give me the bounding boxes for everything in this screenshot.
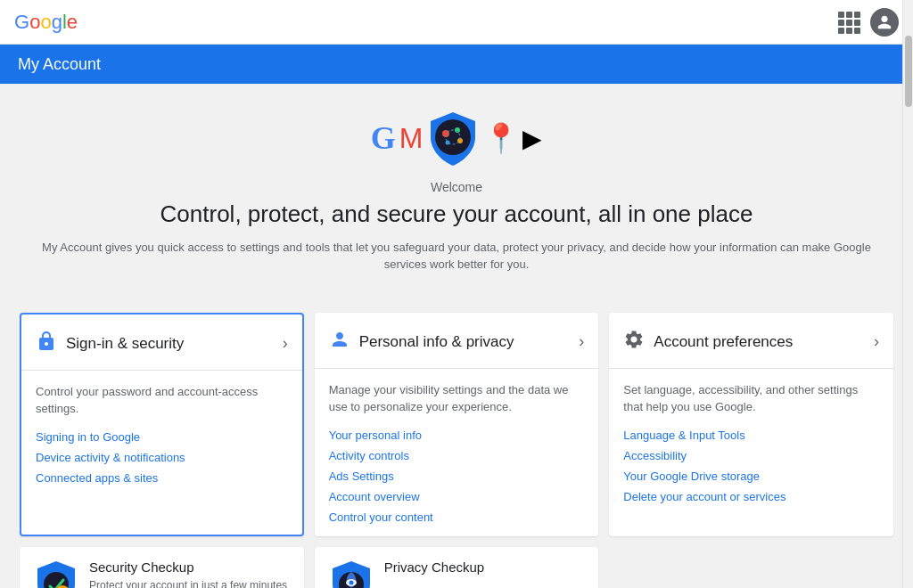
delete-account-link[interactable]: Delete your account or services (623, 490, 879, 503)
top-right-controls (838, 8, 899, 37)
app-icons-row: G M 📍 ▶ (14, 110, 899, 166)
google-logo: Google (14, 11, 78, 34)
scrollbar-thumb[interactable] (905, 36, 912, 107)
avatar-icon (876, 14, 892, 30)
svg-point-2 (455, 127, 460, 133)
accessibility-link[interactable]: Accessibility (623, 449, 879, 462)
google-g-icon: G (371, 119, 396, 157)
account-overview-link[interactable]: Account overview (329, 490, 585, 503)
person-icon (329, 329, 350, 355)
account-preferences-links: Language & Input Tools Accessibility You… (623, 429, 879, 503)
account-bar: My Account (0, 45, 913, 84)
card-arrow-personal-info: › (579, 332, 584, 351)
privacy-checkup-card[interactable]: Privacy Checkup (315, 547, 599, 588)
security-checkup-title: Security Checkup (89, 559, 290, 575)
gmail-m-icon: M (399, 122, 424, 155)
sign-in-security-desc: Control your password and account-access… (36, 383, 288, 418)
maps-icon: 📍 (483, 121, 519, 155)
device-activity-link[interactable]: Device activity & notifications (36, 451, 288, 464)
hero-title: Control, protect, and secure your accoun… (14, 200, 899, 230)
lock-icon (36, 331, 57, 357)
cards-row: Sign-in & security › Control your passwo… (20, 313, 893, 536)
sign-in-security-header[interactable]: Sign-in & security › (21, 314, 302, 371)
privacy-checkup-icon (329, 559, 374, 588)
settings-icon (623, 329, 645, 355)
hero-description: My Account gives you quick access to set… (29, 239, 884, 274)
signing-in-to-google-link[interactable]: Signing in to Google (36, 430, 288, 444)
personal-info-title: Personal info & privacy (359, 333, 580, 351)
main-content: G M 📍 ▶ Welcome Control, protect, and se… (0, 84, 913, 588)
connected-apps-link[interactable]: Connected apps & sites (36, 471, 288, 485)
security-checkup-icon: ! (34, 559, 78, 588)
apps-grid-icon[interactable] (838, 12, 860, 33)
account-preferences-card: Account preferences › Set language, acce… (609, 313, 893, 536)
your-personal-info-link[interactable]: Your personal info (329, 429, 585, 442)
svg-point-0 (435, 119, 471, 155)
account-bar-title: My Account (18, 55, 101, 74)
security-checkup-content: Security Checkup Protect your account in… (89, 559, 290, 588)
sign-in-security-body: Control your password and account-access… (21, 371, 302, 497)
language-input-tools-link[interactable]: Language & Input Tools (623, 429, 879, 442)
personal-info-links: Your personal info Activity controls Ads… (329, 429, 585, 524)
security-checkup-desc: Protect your account in just a few minut… (89, 578, 290, 588)
checkup-row: ! Security Checkup Protect your account … (20, 547, 893, 588)
personal-info-header[interactable]: Personal info & privacy › (315, 313, 599, 369)
sign-in-security-title: Sign-in & security (66, 335, 283, 353)
youtube-icon: ▶ (522, 124, 542, 153)
checkup-empty-slot (609, 547, 893, 588)
card-arrow-account-prefs: › (874, 332, 879, 351)
activity-controls-link[interactable]: Activity controls (329, 449, 585, 462)
shield-icon (426, 110, 480, 166)
privacy-checkup-content: Privacy Checkup (384, 559, 585, 578)
google-drive-storage-link[interactable]: Your Google Drive storage (623, 470, 879, 483)
sign-in-security-links: Signing in to Google Device activity & n… (36, 430, 288, 485)
welcome-text: Welcome (14, 180, 899, 194)
user-avatar[interactable] (870, 8, 899, 37)
svg-point-11 (349, 580, 353, 584)
security-checkup-card[interactable]: ! Security Checkup Protect your account … (20, 547, 304, 588)
account-preferences-body: Set language, accessibility, and other s… (609, 369, 893, 516)
personal-info-desc: Manage your visibility settings and the … (329, 381, 585, 416)
hero-section: G M 📍 ▶ Welcome Control, protect, and se… (14, 102, 899, 295)
privacy-checkup-title: Privacy Checkup (384, 559, 585, 575)
top-bar: Google (0, 0, 913, 45)
account-preferences-header[interactable]: Account preferences › (609, 313, 893, 369)
sign-in-security-card: Sign-in & security › Control your passwo… (20, 313, 304, 536)
personal-info-body: Manage your visibility settings and the … (315, 369, 599, 536)
card-arrow-sign-in: › (283, 334, 288, 353)
account-preferences-title: Account preferences (654, 333, 874, 351)
ads-settings-link[interactable]: Ads Settings (329, 470, 585, 483)
control-your-content-link[interactable]: Control your content (329, 510, 585, 524)
account-preferences-desc: Set language, accessibility, and other s… (623, 381, 879, 416)
personal-info-card: Personal info & privacy › Manage your vi… (315, 313, 599, 536)
scrollbar[interactable] (902, 0, 913, 588)
svg-point-4 (446, 141, 450, 145)
